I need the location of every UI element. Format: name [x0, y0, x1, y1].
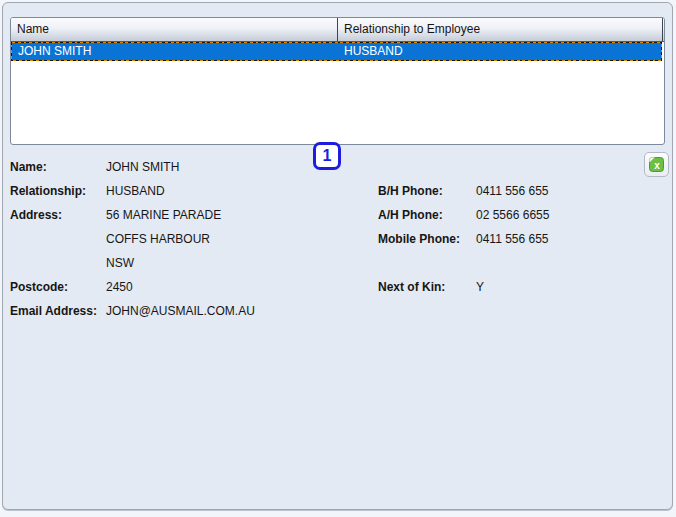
- row-spacer: [476, 253, 549, 277]
- postcode-value: 2450: [106, 277, 255, 301]
- contacts-table-header: Name Relationship to Employee: [11, 18, 664, 42]
- annotation-badge-1: 1: [313, 142, 341, 170]
- relationship-value: HUSBAND: [106, 181, 255, 205]
- contacts-table: Name Relationship to Employee JOHN SMITH…: [10, 17, 665, 145]
- name-label: Name:: [10, 157, 106, 181]
- email-value: JOHN@AUSMAIL.COM.AU: [106, 301, 255, 325]
- ah-phone-label: A/H Phone:: [378, 205, 476, 229]
- bh-phone-value: 0411 556 655: [476, 181, 549, 205]
- address-line1: 56 MARINE PARADE: [106, 205, 255, 229]
- next-of-kin-label: Next of Kin:: [378, 277, 476, 301]
- address-line2: COFFS HARBOUR: [106, 229, 255, 253]
- svg-text:x: x: [654, 160, 660, 171]
- address-label: Address:: [10, 205, 106, 229]
- ah-phone-value: 02 5566 6655: [476, 205, 549, 229]
- mobile-phone-value: 0411 556 655: [476, 229, 549, 253]
- postcode-label: Postcode:: [10, 277, 106, 301]
- column-header-name[interactable]: Name: [11, 18, 338, 41]
- column-header-relationship[interactable]: Relationship to Employee: [338, 18, 663, 41]
- address-line3: NSW: [106, 253, 255, 277]
- emergency-contact-panel: Name Relationship to Employee JOHN SMITH…: [2, 2, 673, 510]
- email-label: Email Address:: [10, 301, 106, 325]
- bh-phone-label: B/H Phone:: [378, 181, 476, 205]
- table-row-selected[interactable]: JOHN SMITH HUSBAND: [11, 42, 662, 61]
- relationship-label: Relationship:: [10, 181, 106, 205]
- export-excel-button[interactable]: x: [644, 152, 669, 177]
- next-of-kin-value: Y: [476, 277, 549, 301]
- contact-details-right: B/H Phone: 0411 556 655 A/H Phone: 02 55…: [378, 181, 549, 301]
- row-spacer: [378, 253, 476, 277]
- excel-export-icon: x: [648, 156, 665, 173]
- row-cell-name: JOHN SMITH: [12, 43, 338, 60]
- address-label-spacer: [10, 229, 106, 253]
- row-cell-relationship: HUSBAND: [338, 43, 638, 60]
- contact-details-left: Name: JOHN SMITH Relationship: HUSBAND A…: [10, 157, 255, 325]
- address-label-spacer: [10, 253, 106, 277]
- mobile-phone-label: Mobile Phone:: [378, 229, 476, 253]
- name-value: JOHN SMITH: [106, 157, 255, 181]
